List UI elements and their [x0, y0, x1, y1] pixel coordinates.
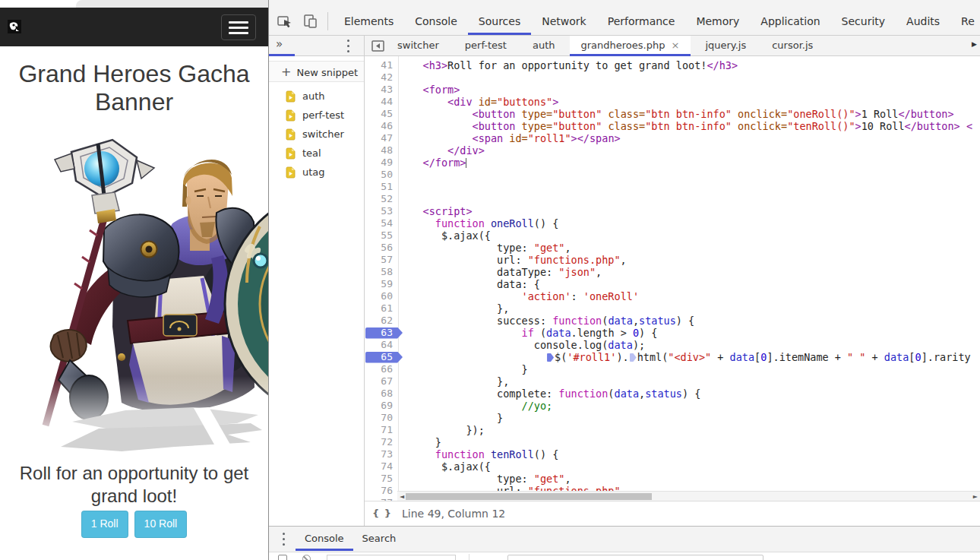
line-number[interactable]: 69	[365, 400, 398, 412]
file-tab-perf-test[interactable]: perf-test	[454, 36, 518, 56]
line-number[interactable]: 74	[365, 460, 398, 473]
code-line-54[interactable]: 54 function oneRoll() {	[365, 217, 980, 229]
code-line-65[interactable]: 65 $('#roll1').html("<div>" + data[0].it…	[365, 351, 980, 363]
snippet-item-switcher[interactable]: switcher	[269, 125, 364, 144]
pretty-print-icon[interactable]: { }	[372, 508, 393, 519]
line-number[interactable]: 46	[365, 120, 398, 132]
code-line-42[interactable]: 42	[365, 71, 980, 84]
menu-toggle-button[interactable]	[221, 14, 256, 40]
line-number[interactable]: 72	[365, 436, 398, 448]
line-number[interactable]: 43	[365, 84, 398, 96]
inspect-icon[interactable]	[277, 13, 293, 30]
breakpoint-line-number[interactable]: 63	[365, 327, 398, 339]
more-tabs-icon[interactable]: ▶	[972, 40, 977, 48]
scroll-right-arrow[interactable]: ►	[973, 493, 978, 500]
line-number[interactable]: 61	[365, 302, 398, 315]
code-line-74[interactable]: 74 $.ajax({	[365, 460, 980, 473]
clear-console-icon[interactable]	[302, 555, 311, 560]
code-line-48[interactable]: 48 </div>	[365, 144, 980, 157]
line-number[interactable]: 71	[365, 424, 398, 436]
code-line-56[interactable]: 56 type: "get",	[365, 242, 980, 254]
code-line-59[interactable]: 59 data: {	[365, 278, 980, 290]
breakpoint-line-number[interactable]: 65	[365, 351, 398, 363]
line-number[interactable]: 73	[365, 448, 398, 460]
code-line-47[interactable]: 47 <span id="roll1"></span>	[365, 132, 980, 144]
code-line-58[interactable]: 58 dataType: "json",	[365, 266, 980, 278]
code-line-61[interactable]: 61 },	[365, 302, 980, 315]
snippet-item-utag[interactable]: utag	[269, 163, 364, 182]
line-number[interactable]: 50	[365, 169, 398, 181]
scroll-left-arrow[interactable]: ◄	[400, 493, 404, 500]
file-tab-auth[interactable]: auth	[521, 36, 567, 56]
line-number[interactable]: 75	[365, 473, 398, 485]
file-tab-cursor-js[interactable]: cursor.js	[760, 36, 824, 56]
one-roll-button[interactable]: 1 Roll	[81, 511, 128, 538]
new-snippet-button[interactable]: +New snippet	[269, 61, 364, 82]
drawer-tab-console[interactable]: Console	[296, 527, 353, 551]
line-number[interactable]: 52	[365, 193, 398, 205]
line-number[interactable]: 54	[365, 217, 398, 229]
console-settings-icon[interactable]	[278, 555, 287, 560]
code-line-50[interactable]: 50	[365, 169, 980, 181]
line-number[interactable]: 67	[365, 375, 398, 388]
code-line-52[interactable]: 52	[365, 193, 980, 205]
overflow-tabs-icon[interactable]: »	[276, 37, 283, 51]
code-line-68[interactable]: 68 complete: function(data,status) {	[365, 388, 980, 400]
file-tab-switcher[interactable]: switcher	[386, 36, 450, 56]
code-line-57[interactable]: 57 url: "functions.php",	[365, 254, 980, 266]
hide-navigator-icon[interactable]	[371, 40, 384, 52]
code-line-66[interactable]: 66 }	[365, 363, 980, 375]
ten-roll-button[interactable]: 10 Roll	[134, 511, 188, 538]
code-line-46[interactable]: 46 <button type="button" class="btn btn-…	[365, 120, 980, 132]
devtools-tab-performance[interactable]: Performance	[597, 8, 686, 35]
line-number[interactable]: 47	[365, 132, 398, 144]
devtools-tab-network[interactable]: Network	[531, 8, 596, 35]
line-number[interactable]: 41	[365, 59, 398, 71]
code-line-62[interactable]: 62 success: function(data,status) {	[365, 315, 980, 327]
code-line-67[interactable]: 67 },	[365, 375, 980, 388]
device-toolbar-icon[interactable]	[302, 13, 319, 30]
snippet-item-teal[interactable]: teal	[269, 144, 364, 163]
line-number[interactable]: 51	[365, 181, 398, 193]
drawer-menu-icon[interactable]	[283, 533, 285, 546]
code-line-53[interactable]: 53 <script>	[365, 205, 980, 217]
file-tab-grandheroes-php[interactable]: grandheroes.php×	[570, 36, 691, 56]
devtools-tab-audits[interactable]: Audits	[896, 8, 950, 35]
line-number[interactable]: 64	[365, 339, 398, 351]
file-tab-jquery-js[interactable]: jquery.js	[694, 36, 757, 56]
code-line-51[interactable]: 51	[365, 181, 980, 193]
inline-breakpoint-marker[interactable]	[630, 353, 637, 362]
devtools-tab-console[interactable]: Console	[404, 8, 468, 35]
drawer-tab-search[interactable]: Search	[353, 527, 406, 551]
sidebar-menu-icon[interactable]	[347, 40, 349, 52]
code-line-43[interactable]: 43 <form>	[365, 84, 980, 96]
line-number[interactable]: 55	[365, 229, 398, 242]
devtools-tab-elements[interactable]: Elements	[334, 8, 404, 35]
line-number[interactable]: 56	[365, 242, 398, 254]
snippet-item-perf-test[interactable]: perf-test	[269, 106, 364, 125]
line-number[interactable]: 59	[365, 278, 398, 290]
line-number[interactable]: 60	[365, 290, 398, 302]
line-number[interactable]: 53	[365, 205, 398, 217]
line-number[interactable]: 76	[365, 485, 398, 497]
code-line-45[interactable]: 45 <button type="button" class="btn btn-…	[365, 108, 980, 120]
line-number[interactable]: 70	[365, 412, 398, 424]
horizontal-scrollbar[interactable]: ◄ ►	[397, 491, 980, 501]
code-line-49[interactable]: 49 </form>	[365, 157, 980, 169]
line-number[interactable]: 68	[365, 388, 398, 400]
devtools-tab-sources[interactable]: Sources	[468, 8, 531, 35]
code-line-70[interactable]: 70 }	[365, 412, 980, 424]
code-line-71[interactable]: 71 });	[365, 424, 980, 436]
code-line-63[interactable]: 63 if (data.length > 0) {	[365, 327, 980, 339]
code-line-69[interactable]: 69 //yo;	[365, 400, 980, 412]
devtools-tab-security[interactable]: Security	[831, 8, 896, 35]
line-number[interactable]: 48	[365, 144, 398, 157]
line-number[interactable]: 58	[365, 266, 398, 278]
console-levels-dropdown[interactable]	[327, 555, 456, 560]
line-number[interactable]: 42	[365, 71, 398, 84]
line-number[interactable]: 44	[365, 96, 398, 108]
snippet-item-auth[interactable]: auth	[269, 87, 364, 106]
devtools-tab-application[interactable]: Application	[750, 8, 830, 35]
code-editor[interactable]: 41 <h3>Roll for an opportunity to get gr…	[365, 56, 980, 501]
line-number[interactable]: 66	[365, 363, 398, 375]
